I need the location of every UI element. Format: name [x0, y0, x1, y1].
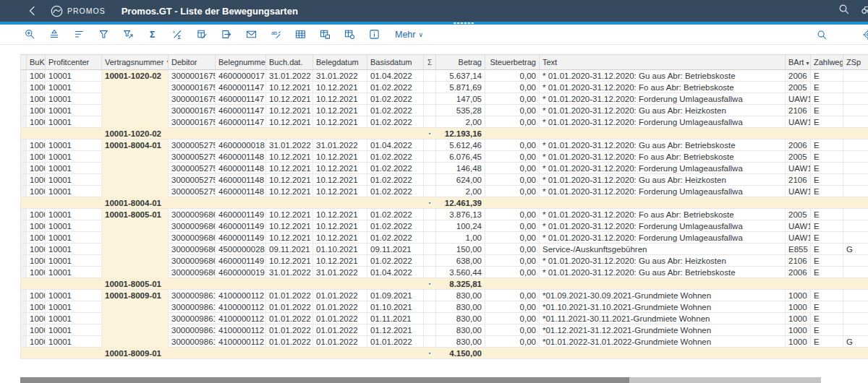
- cell-selector[interactable]: [21, 139, 27, 151]
- cell-buchdat[interactable]: 09.11.2021: [266, 244, 313, 255]
- set-filter-icon[interactable]: [98, 29, 109, 40]
- cell-selector[interactable]: [21, 301, 27, 313]
- cell-profitcenter[interactable]: 10001: [46, 163, 102, 174]
- cell-steuerbetrag[interactable]: 0,00: [485, 139, 540, 151]
- cell-steuerbetrag[interactable]: 0,00: [485, 244, 540, 255]
- table-row[interactable]: 10001000110001-1020-02300000167546000000…: [21, 70, 868, 82]
- cell-belegdatum[interactable]: 10.12.2021: [313, 255, 367, 267]
- cell-text[interactable]: * 01.01.2020-31.12.2020: Fo aus Abr: Bet…: [540, 82, 786, 93]
- cell-vertragsnummer[interactable]: [102, 301, 169, 313]
- cell-selector[interactable]: [21, 70, 27, 82]
- cell-bukr[interactable]: 1000: [27, 244, 46, 255]
- cell-belegnummer[interactable]: 4500000028: [216, 244, 266, 255]
- cell-vertragsnummer[interactable]: 10001-8004-01: [102, 139, 169, 151]
- subtotal-icon[interactable]: xΣ: [171, 29, 183, 40]
- cell-bart[interactable]: E855: [786, 244, 811, 255]
- cell-belegdatum[interactable]: 10.12.2021: [313, 93, 367, 105]
- cell-zahlweg[interactable]: E: [811, 220, 843, 232]
- cell-belegdatum[interactable]: 10.12.2021: [313, 116, 367, 128]
- table-row[interactable]: 1000100013000009861410000011201.01.20220…: [21, 324, 868, 336]
- graphics-view-icon[interactable]: [319, 29, 331, 40]
- cell-profitcenter[interactable]: 10001: [46, 324, 102, 336]
- cell-vertragsnummer[interactable]: [102, 244, 169, 255]
- cell-zahlweg[interactable]: E: [811, 244, 843, 255]
- cell-belegnummer[interactable]: 4600000017: [216, 70, 266, 82]
- cell-betrag[interactable]: 830,00: [436, 301, 485, 313]
- cell-debitor[interactable]: 3000009686: [169, 232, 216, 244]
- cell-profitcenter[interactable]: 10001: [46, 151, 102, 163]
- cell-betrag[interactable]: 146,48: [436, 163, 485, 174]
- cell-belegdatum[interactable]: 01.10.2021: [313, 244, 367, 255]
- cell-bukr[interactable]: 1000: [27, 324, 46, 336]
- more-button[interactable]: Mehr ∨: [395, 30, 423, 40]
- cell-selector[interactable]: [21, 151, 27, 163]
- cell-buchdat[interactable]: 10.12.2021: [266, 232, 313, 244]
- cell-belegnummer[interactable]: 4100000112: [216, 290, 266, 301]
- cell-bukr[interactable]: 1000: [27, 105, 46, 116]
- cell-text[interactable]: * 01.01.2020-31.12.2020: Forderung Umlag…: [540, 93, 786, 105]
- cell-steuerbetrag[interactable]: 0,00: [485, 232, 540, 244]
- cell-text[interactable]: *01.01.2022-31.01.2022-Grundmiete Wohnen: [540, 336, 786, 348]
- cell-text[interactable]: * 01.01.2020-31.12.2020: Gu aus Abr: Hei…: [540, 255, 786, 267]
- cell-bart[interactable]: 1000: [786, 324, 811, 336]
- cell-bukr[interactable]: 1000: [27, 290, 46, 301]
- cell-steuerbetrag[interactable]: 0,00: [485, 255, 540, 267]
- cell-vertragsnummer[interactable]: [102, 105, 169, 116]
- cell-bukr[interactable]: 1000: [27, 151, 46, 163]
- table-row[interactable]: 10001000110001-8004-01300000527546000000…: [21, 139, 868, 151]
- cell-profitcenter[interactable]: 10001: [46, 267, 102, 278]
- cell-zahlweg[interactable]: E: [811, 105, 843, 116]
- cell-selector[interactable]: [21, 174, 27, 186]
- table-row[interactable]: 10001000110001-8005-01300000968646000011…: [21, 209, 868, 220]
- table-row[interactable]: 1000100013000005275460000114810.12.20211…: [21, 186, 868, 197]
- cell-zahlweg[interactable]: E: [811, 163, 843, 174]
- cell-bukr[interactable]: 1000: [27, 336, 46, 348]
- cell-text[interactable]: * 01.01.2020-31.12.2020: Forderung Umlag…: [540, 186, 786, 197]
- cell-selector[interactable]: [21, 336, 27, 348]
- cell-vertragsnummer[interactable]: [102, 267, 169, 278]
- cell-selector[interactable]: [21, 313, 27, 324]
- cell-text[interactable]: * 01.01.2020-31.12.2020: Gu aus Abr: Hei…: [540, 174, 786, 186]
- cell-zahlweg[interactable]: E: [811, 267, 843, 278]
- cell-belegnummer[interactable]: 4600001149: [216, 220, 266, 232]
- cell-buchdat[interactable]: 01.01.2022: [266, 324, 313, 336]
- cell-basisdatum[interactable]: 01.04.2022: [367, 267, 424, 278]
- cell-selector[interactable]: [21, 244, 27, 255]
- cell-zsp[interactable]: [843, 232, 868, 244]
- cell-betrag[interactable]: 2,00: [436, 186, 485, 197]
- cell-belegdatum[interactable]: 31.01.2022: [313, 267, 367, 278]
- cell-bukr[interactable]: 1000: [27, 116, 46, 128]
- cell-belegdatum[interactable]: 10.12.2021: [313, 232, 367, 244]
- table-row[interactable]: 1000100013000001675460000114710.12.20211…: [21, 116, 868, 128]
- cell-betrag[interactable]: 535,28: [436, 105, 485, 116]
- cell-belegnummer[interactable]: 4600001149: [216, 232, 266, 244]
- cell-belegdatum[interactable]: 01.01.2022: [313, 313, 367, 324]
- cell-profitcenter[interactable]: 10001: [46, 174, 102, 186]
- cell-zahlweg[interactable]: E: [811, 290, 843, 301]
- table-row[interactable]: 1000100013000009861410000011201.01.20220…: [21, 301, 868, 313]
- cell-debitor[interactable]: 3000001675: [169, 82, 216, 93]
- cell-selector[interactable]: [21, 267, 27, 278]
- cell-debitor[interactable]: 3000009686: [169, 244, 216, 255]
- shell-search-icon[interactable]: [838, 4, 850, 18]
- table-view-icon[interactable]: [294, 29, 306, 40]
- cell-bukr[interactable]: 1000: [27, 82, 46, 93]
- cell-belegdatum[interactable]: 10.12.2021: [313, 174, 367, 186]
- cell-text[interactable]: * 01.01.2020-31.12.2020: Gu aus Abr: Bet…: [540, 139, 786, 151]
- cell-selector[interactable]: [21, 232, 27, 244]
- cell-belegnummer[interactable]: 4600001147: [216, 93, 266, 105]
- cell-belegdatum[interactable]: 01.01.2022: [313, 301, 367, 313]
- cell-bart[interactable]: UAW1: [786, 116, 811, 128]
- cell-vertragsnummer[interactable]: [102, 186, 169, 197]
- cell-buchdat[interactable]: 10.12.2021: [266, 186, 313, 197]
- cell-belegnummer[interactable]: 4600001147: [216, 105, 266, 116]
- cell-betrag[interactable]: 830,00: [436, 324, 485, 336]
- cell-steuerbetrag[interactable]: 0,00: [485, 70, 540, 82]
- cell-belegnummer[interactable]: 4600001149: [216, 209, 266, 220]
- cell-zsp[interactable]: [843, 70, 868, 82]
- column-header-steuerbetrag[interactable]: Steuerbetrag: [485, 55, 540, 70]
- cell-basisdatum[interactable]: 01.02.2022: [367, 163, 424, 174]
- cell-betrag[interactable]: 624,00: [436, 174, 485, 186]
- cell-text[interactable]: *01.10.2021-31.10.2021-Grundmiete Wohnen: [540, 301, 786, 313]
- cell-buchdat[interactable]: 10.12.2021: [266, 163, 313, 174]
